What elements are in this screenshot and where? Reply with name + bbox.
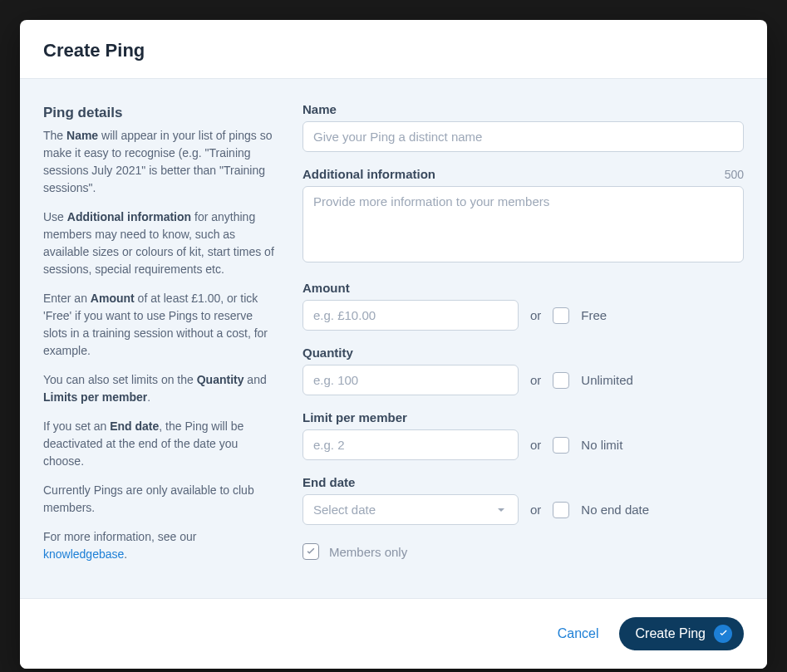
check-circle-icon [714,625,732,643]
create-ping-button-label: Create Ping [636,626,706,641]
members-only-row: Members only [303,543,744,560]
cancel-button[interactable]: Cancel [558,626,599,641]
info-textarea[interactable] [303,186,744,262]
check-icon [305,546,317,557]
create-ping-modal: Create Ping Ping details The Name will a… [20,20,767,669]
modal-footer: Cancel Create Ping [20,598,767,669]
unlimited-checkbox[interactable] [553,372,569,389]
amount-or: or [530,308,541,322]
help-paragraph-info: Use Additional information for anything … [43,208,276,278]
enddate-label: End date [303,475,744,489]
form: Name Additional information 500 Amount o… [303,102,744,575]
nolimit-checkbox[interactable] [553,437,569,454]
info-char-count: 500 [725,168,744,181]
members-only-checkbox[interactable] [303,543,319,560]
help-paragraph-enddate: If you set an End date, the Ping will be… [43,418,276,470]
enddate-or: or [530,503,541,517]
knowledgebase-link[interactable]: knowledgebase [43,547,124,561]
help-paragraph-name: The Name will appear in your list of pin… [43,127,276,197]
check-icon [718,628,729,639]
sidebar-help: Ping details The Name will appear in you… [43,102,276,575]
amount-field: Amount or Free [303,281,744,331]
chevron-down-icon [494,503,508,517]
amount-input[interactable] [303,300,519,331]
noenddate-checkbox[interactable] [553,502,569,518]
help-paragraph-quantity: You can also set limits on the Quantity … [43,371,276,406]
name-field: Name [303,102,744,152]
info-field: Additional information 500 [303,167,744,266]
quantity-label: Quantity [303,346,744,360]
modal-body: Ping details The Name will appear in you… [20,79,767,598]
limit-or: or [530,438,541,452]
free-label: Free [581,308,607,322]
quantity-or: or [530,373,541,387]
free-checkbox[interactable] [553,307,569,324]
limit-field: Limit per member or No limit [303,410,744,460]
noenddate-label: No end date [581,503,649,517]
info-label: Additional information [303,167,435,181]
enddate-placeholder: Select date [313,503,376,517]
limit-label: Limit per member [303,410,744,424]
enddate-select[interactable]: Select date [303,494,519,525]
help-paragraph-availability: Currently Pings are only available to cl… [43,482,276,517]
modal-header: Create Ping [20,20,767,79]
nolimit-label: No limit [581,438,622,452]
enddate-field: End date Select date or No end date [303,475,744,525]
quantity-field: Quantity or Unlimited [303,346,744,395]
unlimited-label: Unlimited [581,373,633,387]
create-ping-button[interactable]: Create Ping [619,617,745,650]
amount-label: Amount [303,281,744,295]
name-input[interactable] [303,121,744,152]
help-paragraph-more: For more information, see our knowledgeb… [43,528,276,563]
limit-input[interactable] [303,429,519,460]
modal-title: Create Ping [43,40,744,61]
quantity-input[interactable] [303,365,519,395]
help-paragraph-amount: Enter an Amount of at least £1.00, or ti… [43,290,276,360]
name-label: Name [303,102,744,116]
sidebar-heading: Ping details [43,102,276,124]
members-only-label: Members only [329,545,407,559]
